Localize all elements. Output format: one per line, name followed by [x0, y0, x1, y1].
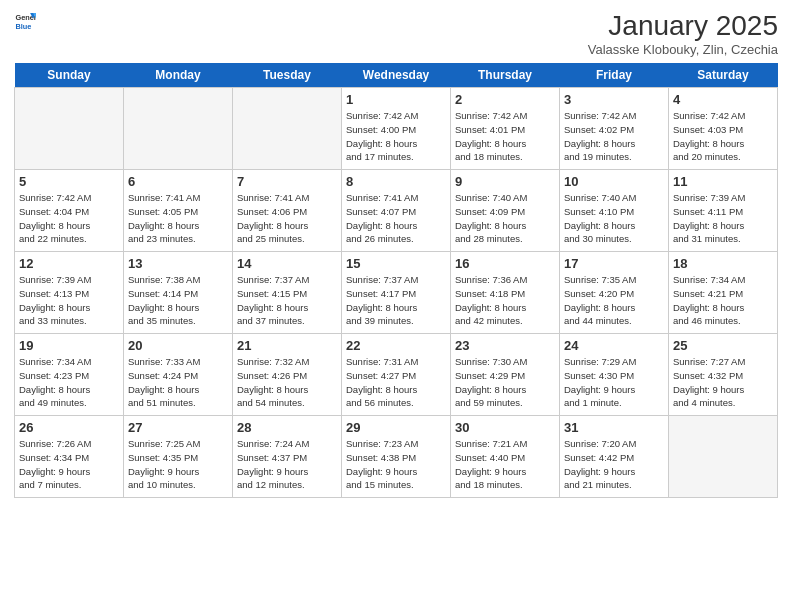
- day-number: 29: [346, 420, 446, 435]
- day-number: 11: [673, 174, 773, 189]
- calendar-table: Sunday Monday Tuesday Wednesday Thursday…: [14, 63, 778, 498]
- day-cell-4-6: [669, 416, 778, 498]
- day-info: Sunrise: 7:42 AM Sunset: 4:04 PM Dayligh…: [19, 191, 119, 246]
- day-number: 14: [237, 256, 337, 271]
- calendar-subtitle: Valasske Klobouky, Zlin, Czechia: [588, 42, 778, 57]
- day-cell-3-0: 19Sunrise: 7:34 AM Sunset: 4:23 PM Dayli…: [15, 334, 124, 416]
- day-info: Sunrise: 7:41 AM Sunset: 4:05 PM Dayligh…: [128, 191, 228, 246]
- title-block: January 2025 Valasske Klobouky, Zlin, Cz…: [588, 10, 778, 57]
- day-cell-0-0: [15, 88, 124, 170]
- day-number: 4: [673, 92, 773, 107]
- header-tuesday: Tuesday: [233, 63, 342, 88]
- day-cell-3-6: 25Sunrise: 7:27 AM Sunset: 4:32 PM Dayli…: [669, 334, 778, 416]
- days-header-row: Sunday Monday Tuesday Wednesday Thursday…: [15, 63, 778, 88]
- logo-icon: General Blue: [14, 10, 36, 32]
- day-cell-4-3: 29Sunrise: 7:23 AM Sunset: 4:38 PM Dayli…: [342, 416, 451, 498]
- day-info: Sunrise: 7:31 AM Sunset: 4:27 PM Dayligh…: [346, 355, 446, 410]
- day-number: 2: [455, 92, 555, 107]
- day-info: Sunrise: 7:34 AM Sunset: 4:21 PM Dayligh…: [673, 273, 773, 328]
- day-cell-2-1: 13Sunrise: 7:38 AM Sunset: 4:14 PM Dayli…: [124, 252, 233, 334]
- day-number: 17: [564, 256, 664, 271]
- day-info: Sunrise: 7:27 AM Sunset: 4:32 PM Dayligh…: [673, 355, 773, 410]
- header-thursday: Thursday: [451, 63, 560, 88]
- header: General Blue January 2025 Valasske Klobo…: [14, 10, 778, 57]
- day-cell-3-4: 23Sunrise: 7:30 AM Sunset: 4:29 PM Dayli…: [451, 334, 560, 416]
- day-number: 24: [564, 338, 664, 353]
- day-number: 9: [455, 174, 555, 189]
- day-info: Sunrise: 7:35 AM Sunset: 4:20 PM Dayligh…: [564, 273, 664, 328]
- day-info: Sunrise: 7:37 AM Sunset: 4:15 PM Dayligh…: [237, 273, 337, 328]
- day-cell-1-2: 7Sunrise: 7:41 AM Sunset: 4:06 PM Daylig…: [233, 170, 342, 252]
- header-wednesday: Wednesday: [342, 63, 451, 88]
- day-info: Sunrise: 7:42 AM Sunset: 4:01 PM Dayligh…: [455, 109, 555, 164]
- day-cell-0-3: 1Sunrise: 7:42 AM Sunset: 4:00 PM Daylig…: [342, 88, 451, 170]
- day-info: Sunrise: 7:30 AM Sunset: 4:29 PM Dayligh…: [455, 355, 555, 410]
- day-cell-2-2: 14Sunrise: 7:37 AM Sunset: 4:15 PM Dayli…: [233, 252, 342, 334]
- day-info: Sunrise: 7:40 AM Sunset: 4:09 PM Dayligh…: [455, 191, 555, 246]
- day-cell-0-1: [124, 88, 233, 170]
- day-cell-1-5: 10Sunrise: 7:40 AM Sunset: 4:10 PM Dayli…: [560, 170, 669, 252]
- day-cell-1-3: 8Sunrise: 7:41 AM Sunset: 4:07 PM Daylig…: [342, 170, 451, 252]
- day-number: 26: [19, 420, 119, 435]
- day-cell-0-2: [233, 88, 342, 170]
- day-number: 27: [128, 420, 228, 435]
- day-cell-2-4: 16Sunrise: 7:36 AM Sunset: 4:18 PM Dayli…: [451, 252, 560, 334]
- week-row-4: 19Sunrise: 7:34 AM Sunset: 4:23 PM Dayli…: [15, 334, 778, 416]
- header-friday: Friday: [560, 63, 669, 88]
- day-info: Sunrise: 7:42 AM Sunset: 4:02 PM Dayligh…: [564, 109, 664, 164]
- day-info: Sunrise: 7:42 AM Sunset: 4:00 PM Dayligh…: [346, 109, 446, 164]
- day-info: Sunrise: 7:38 AM Sunset: 4:14 PM Dayligh…: [128, 273, 228, 328]
- day-info: Sunrise: 7:23 AM Sunset: 4:38 PM Dayligh…: [346, 437, 446, 492]
- day-number: 19: [19, 338, 119, 353]
- day-number: 7: [237, 174, 337, 189]
- calendar-title: January 2025: [588, 10, 778, 42]
- day-cell-4-2: 28Sunrise: 7:24 AM Sunset: 4:37 PM Dayli…: [233, 416, 342, 498]
- week-row-1: 1Sunrise: 7:42 AM Sunset: 4:00 PM Daylig…: [15, 88, 778, 170]
- logo: General Blue: [14, 10, 36, 32]
- day-cell-1-0: 5Sunrise: 7:42 AM Sunset: 4:04 PM Daylig…: [15, 170, 124, 252]
- week-row-5: 26Sunrise: 7:26 AM Sunset: 4:34 PM Dayli…: [15, 416, 778, 498]
- day-number: 31: [564, 420, 664, 435]
- day-number: 28: [237, 420, 337, 435]
- day-number: 15: [346, 256, 446, 271]
- day-cell-1-1: 6Sunrise: 7:41 AM Sunset: 4:05 PM Daylig…: [124, 170, 233, 252]
- day-info: Sunrise: 7:24 AM Sunset: 4:37 PM Dayligh…: [237, 437, 337, 492]
- day-info: Sunrise: 7:41 AM Sunset: 4:06 PM Dayligh…: [237, 191, 337, 246]
- day-cell-4-5: 31Sunrise: 7:20 AM Sunset: 4:42 PM Dayli…: [560, 416, 669, 498]
- day-cell-3-5: 24Sunrise: 7:29 AM Sunset: 4:30 PM Dayli…: [560, 334, 669, 416]
- week-row-3: 12Sunrise: 7:39 AM Sunset: 4:13 PM Dayli…: [15, 252, 778, 334]
- day-cell-3-2: 21Sunrise: 7:32 AM Sunset: 4:26 PM Dayli…: [233, 334, 342, 416]
- day-number: 5: [19, 174, 119, 189]
- day-number: 3: [564, 92, 664, 107]
- day-cell-2-5: 17Sunrise: 7:35 AM Sunset: 4:20 PM Dayli…: [560, 252, 669, 334]
- header-saturday: Saturday: [669, 63, 778, 88]
- header-monday: Monday: [124, 63, 233, 88]
- day-info: Sunrise: 7:21 AM Sunset: 4:40 PM Dayligh…: [455, 437, 555, 492]
- day-info: Sunrise: 7:26 AM Sunset: 4:34 PM Dayligh…: [19, 437, 119, 492]
- day-number: 25: [673, 338, 773, 353]
- calendar-container: General Blue January 2025 Valasske Klobo…: [0, 0, 792, 506]
- day-cell-2-0: 12Sunrise: 7:39 AM Sunset: 4:13 PM Dayli…: [15, 252, 124, 334]
- day-cell-2-3: 15Sunrise: 7:37 AM Sunset: 4:17 PM Dayli…: [342, 252, 451, 334]
- day-cell-1-4: 9Sunrise: 7:40 AM Sunset: 4:09 PM Daylig…: [451, 170, 560, 252]
- svg-text:Blue: Blue: [15, 22, 31, 31]
- day-cell-3-3: 22Sunrise: 7:31 AM Sunset: 4:27 PM Dayli…: [342, 334, 451, 416]
- day-info: Sunrise: 7:41 AM Sunset: 4:07 PM Dayligh…: [346, 191, 446, 246]
- day-info: Sunrise: 7:37 AM Sunset: 4:17 PM Dayligh…: [346, 273, 446, 328]
- day-info: Sunrise: 7:42 AM Sunset: 4:03 PM Dayligh…: [673, 109, 773, 164]
- day-cell-0-6: 4Sunrise: 7:42 AM Sunset: 4:03 PM Daylig…: [669, 88, 778, 170]
- day-number: 13: [128, 256, 228, 271]
- header-sunday: Sunday: [15, 63, 124, 88]
- day-number: 16: [455, 256, 555, 271]
- day-number: 1: [346, 92, 446, 107]
- day-info: Sunrise: 7:36 AM Sunset: 4:18 PM Dayligh…: [455, 273, 555, 328]
- day-info: Sunrise: 7:20 AM Sunset: 4:42 PM Dayligh…: [564, 437, 664, 492]
- day-info: Sunrise: 7:33 AM Sunset: 4:24 PM Dayligh…: [128, 355, 228, 410]
- day-info: Sunrise: 7:25 AM Sunset: 4:35 PM Dayligh…: [128, 437, 228, 492]
- day-number: 10: [564, 174, 664, 189]
- day-number: 8: [346, 174, 446, 189]
- day-cell-4-1: 27Sunrise: 7:25 AM Sunset: 4:35 PM Dayli…: [124, 416, 233, 498]
- day-number: 23: [455, 338, 555, 353]
- day-info: Sunrise: 7:29 AM Sunset: 4:30 PM Dayligh…: [564, 355, 664, 410]
- day-number: 6: [128, 174, 228, 189]
